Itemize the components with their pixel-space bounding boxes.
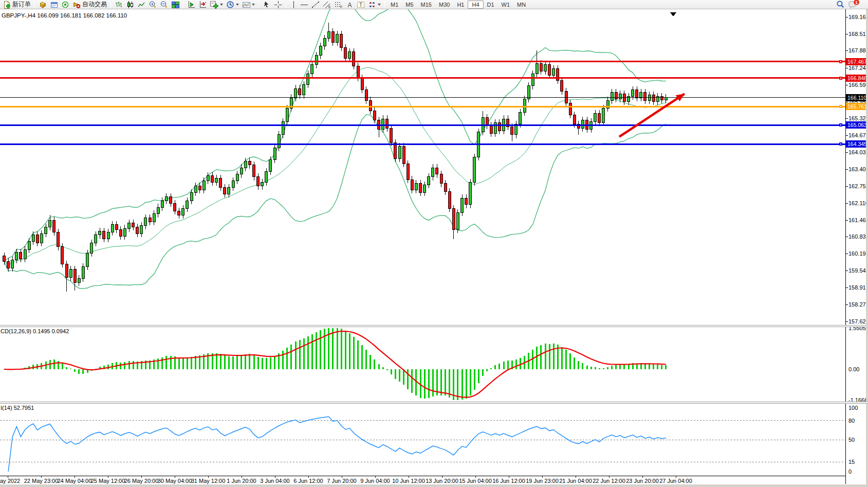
- svg-text:A: A: [348, 1, 352, 8]
- rsi-axis-label: 100: [848, 405, 858, 411]
- navigator-button[interactable]: [60, 1, 70, 9]
- timeframe-button-M5[interactable]: M5: [402, 1, 417, 9]
- time-tick-label: 30 May 04:00: [158, 478, 192, 484]
- price-tick-label: 164.675: [848, 132, 868, 138]
- macd-label: CD(12,26,9) 0.1495 0.0942: [1, 328, 69, 334]
- fibonacci-tool[interactable]: F: [334, 1, 344, 9]
- auto-trading-button[interactable]: 自动交易: [71, 1, 108, 9]
- bar-chart-icon: [115, 1, 123, 9]
- pane-divider[interactable]: [0, 402, 868, 404]
- horizontal-line-tool[interactable]: [299, 1, 309, 9]
- price-tick-label: 160.190: [848, 250, 868, 257]
- time-tick-label: 22 Jun 12:00: [593, 478, 625, 484]
- equidistant-channel-tool[interactable]: E: [322, 1, 333, 9]
- auto-scroll-icon: [187, 1, 195, 9]
- timeframe-button-W1[interactable]: W1: [498, 1, 514, 9]
- price-tag[interactable]: 166.110: [846, 94, 866, 101]
- timeframe-button-D1[interactable]: D1: [484, 1, 498, 9]
- price-tick-label: 162.755: [848, 183, 868, 189]
- crosshair-icon: [274, 1, 282, 9]
- rsi-pane[interactable]: [0, 404, 845, 476]
- zoom-out-button[interactable]: [159, 1, 169, 9]
- rsi-axis-label: 50: [848, 437, 855, 443]
- bar-chart-button[interactable]: [114, 1, 124, 9]
- timeframe-button-M30[interactable]: M30: [435, 1, 453, 9]
- main-price-pane[interactable]: [0, 9, 845, 325]
- market-watch-button[interactable]: [38, 1, 48, 9]
- notifications-button[interactable]: 1: [847, 1, 864, 9]
- timeframe-button-H1[interactable]: H1: [453, 1, 468, 9]
- auto-trading-label: 自动交易: [82, 0, 107, 9]
- price-tag[interactable]: 165.063: [846, 121, 866, 129]
- search-button[interactable]: [835, 1, 846, 9]
- candlestick-chart-button[interactable]: [125, 1, 135, 9]
- time-tick-label: 25 May 12:00: [91, 478, 125, 484]
- time-tick-label: 7 Jun 20:00: [327, 478, 357, 484]
- time-tick-label: 21 Jun 04:00: [559, 478, 592, 484]
- new-order-icon: [3, 1, 11, 9]
- line-chart-button[interactable]: [136, 1, 146, 9]
- market-watch-icon: [39, 1, 47, 9]
- pane-divider[interactable]: [0, 325, 868, 327]
- price-tag[interactable]: 166.846: [846, 75, 866, 82]
- price-tick-label: 158.270: [848, 301, 868, 308]
- timeframe-button-M15[interactable]: M15: [417, 1, 435, 9]
- dropdown-caret: [220, 4, 223, 6]
- window-right-edge: [866, 9, 868, 487]
- templates-button[interactable]: [241, 1, 256, 9]
- cursor-button[interactable]: [262, 1, 272, 9]
- periods-button[interactable]: [225, 1, 240, 9]
- new-chart-button[interactable]: [209, 1, 224, 9]
- chart-shift-button[interactable]: [197, 1, 208, 9]
- text-label-icon: T: [357, 1, 365, 9]
- timeframe-button-H4[interactable]: H4: [468, 1, 483, 9]
- axis-tick-mark: [846, 135, 848, 136]
- notification-badge: 1: [853, 0, 860, 6]
- axis-tick-mark: [846, 34, 848, 34]
- time-tick-label: 24 May 04:00: [58, 478, 92, 484]
- svg-text:F: F: [340, 5, 342, 9]
- price-tick-label: 166.595: [848, 82, 868, 88]
- time-tick-label: 13 Jun 20:00: [426, 478, 458, 484]
- timeframe-button-M1[interactable]: M1: [387, 1, 402, 9]
- time-tick-label: 19 Jun 23:00: [526, 478, 559, 484]
- crosshair-button[interactable]: [273, 1, 283, 9]
- timeframe-button-MN[interactable]: MN: [513, 1, 529, 9]
- window-bottom-edge: [0, 484, 868, 487]
- toolbar-separator: [110, 1, 111, 8]
- tile-windows-button[interactable]: [170, 1, 180, 9]
- new-order-button[interactable]: 新订单: [2, 1, 32, 9]
- arrows-tool[interactable]: [367, 1, 382, 9]
- auto-trading-icon: [72, 1, 81, 9]
- price-tick-label: 163.400: [848, 166, 868, 172]
- price-tick-label: 162.110: [848, 200, 868, 206]
- dropdown-caret: [252, 4, 255, 6]
- auto-scroll-button[interactable]: [186, 1, 196, 9]
- price-tick-label: 164.030: [848, 149, 868, 155]
- vertical-line-icon: [290, 1, 297, 9]
- axis-tick-mark: [846, 17, 848, 17]
- axis-tick-mark: [846, 186, 848, 187]
- zoom-in-button[interactable]: [147, 1, 158, 9]
- chart-shift-marker[interactable]: [670, 12, 676, 16]
- text-label-tool[interactable]: T: [356, 1, 366, 9]
- trendline-tool[interactable]: [310, 1, 321, 9]
- toolbar-separator: [183, 1, 183, 8]
- data-window-button[interactable]: [49, 1, 59, 9]
- equidistant-channel-icon: E: [323, 1, 331, 9]
- text-tool[interactable]: A: [345, 1, 355, 9]
- toolbar-separator: [384, 1, 385, 8]
- price-tag[interactable]: 165.761: [846, 103, 866, 110]
- price-tick-label: 167.240: [848, 65, 868, 71]
- time-tick-label: 10 Jun 12:00: [392, 478, 425, 484]
- time-axis[interactable]: May 202222 May 23:0024 May 04:0025 May 1…: [0, 476, 868, 484]
- macd-histogram: [4, 328, 667, 400]
- zoom-out-icon: [160, 1, 168, 9]
- price-tag[interactable]: 167.467: [846, 58, 866, 65]
- price-axis[interactable]: 169.160168.515167.885167.240166.595165.9…: [845, 9, 866, 484]
- price-tag[interactable]: 164.345: [846, 140, 866, 148]
- macd-pane[interactable]: [0, 327, 845, 402]
- vertical-line-tool[interactable]: [289, 1, 298, 9]
- search-icon: [836, 0, 845, 9]
- axis-tick-mark: [846, 287, 848, 288]
